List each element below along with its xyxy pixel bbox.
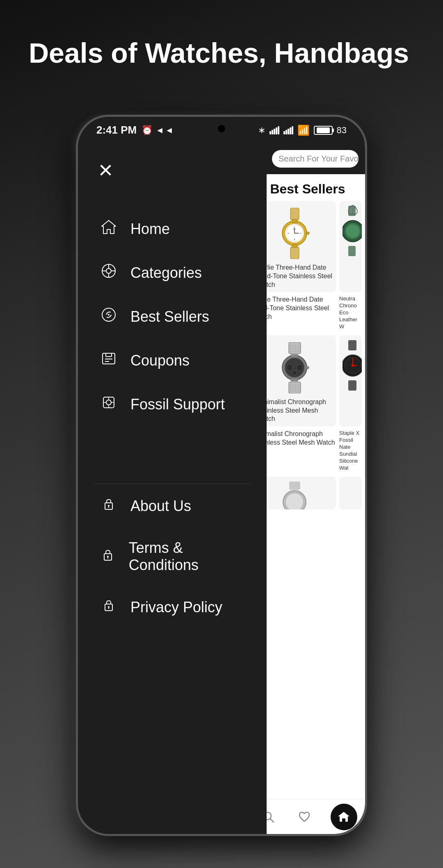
svg-point-56: [287, 365, 292, 370]
product-2-name-below: Neutra Chrono Eco Leather W: [339, 295, 362, 330]
product-3-name: Minimalist Chronograph Stainless Steel M…: [257, 398, 333, 423]
svg-rect-59: [306, 366, 309, 369]
svg-point-58: [292, 371, 297, 375]
app-header: ☰ Search For Your Favourite Her: [250, 143, 365, 174]
product-1-name: Carlie Three-Hand Date Gold-Tone Stainle…: [257, 264, 333, 289]
terms-icon: [98, 546, 117, 567]
svg-point-13: [108, 606, 110, 608]
bottom-nav: [250, 799, 365, 834]
svg-rect-67: [289, 482, 300, 490]
product-row-3: [250, 477, 365, 509]
product-names-row-2: Minimalist Chronograph Stainless Steel M…: [250, 430, 365, 471]
svg-rect-28: [292, 219, 297, 223]
svg-rect-25: [306, 232, 309, 234]
battery-percent: 83: [337, 125, 347, 136]
privacy-icon: [98, 597, 119, 618]
svg-point-66: [352, 364, 354, 367]
svg-rect-32: [348, 246, 356, 256]
fossil-support-label: Fossil Support: [130, 396, 225, 413]
svg-point-9: [108, 505, 110, 507]
product-card-2[interactable]: [339, 201, 362, 292]
product-3-img: [257, 340, 333, 395]
home-label: Home: [130, 220, 170, 238]
app-content: ☰ Search For Your Favourite Her Best Sel…: [250, 143, 365, 834]
about-us-label: About Us: [130, 498, 191, 515]
menu-item-terms[interactable]: Terms & Conditions: [78, 528, 267, 585]
product-1-img: 12: [257, 206, 333, 261]
svg-rect-63: [348, 380, 356, 391]
product-card-4[interactable]: [339, 335, 362, 427]
wifi-icon: 📶: [297, 125, 310, 136]
svg-point-3: [108, 314, 110, 316]
phone-container: 2:41 PM ⏰ ◂ ◂ ∗: [76, 115, 367, 836]
terms-label: Terms & Conditions: [129, 539, 246, 574]
svg-rect-29: [292, 244, 297, 248]
page-background: Deals of Watches, Handbags 2:41 PM ⏰ ◂: [0, 0, 443, 868]
product-row-1: 12 Carlie Three-Hand Date Gold-Tone Stai…: [250, 201, 365, 292]
menu-item-best-sellers[interactable]: Best Sellers: [78, 295, 267, 339]
svg-point-11: [107, 556, 109, 557]
leaf-badge: [347, 204, 359, 217]
svg-point-57: [297, 365, 302, 370]
nav-arrow-1: ◂: [158, 125, 162, 136]
close-icon[interactable]: ×: [98, 156, 113, 184]
menu-item-coupons[interactable]: Coupons: [78, 339, 267, 382]
status-time: 2:41 PM ⏰ ◂ ◂: [96, 124, 171, 136]
home-icon: [98, 218, 119, 239]
product-4-name-below: Staple X Fossil Nate Sundial Silicone Wa…: [339, 430, 362, 471]
page-title: Deals of Watches, Handbags: [0, 0, 443, 85]
home-nav-button[interactable]: [331, 804, 357, 830]
svg-rect-16: [290, 247, 299, 259]
best-sellers-title: Best Sellers: [250, 174, 365, 201]
categories-label: Categories: [130, 264, 202, 282]
svg-rect-61: [291, 378, 298, 381]
bluetooth-icon: ∗: [258, 125, 265, 136]
menu-item-about-us[interactable]: About Us: [78, 484, 267, 528]
best-sellers-section: Best Sellers: [250, 174, 365, 513]
fossil-support-icon: [98, 394, 119, 415]
privacy-label: Privacy Policy: [130, 599, 222, 616]
phone-screen: 2:41 PM ⏰ ◂ ◂ ∗: [78, 117, 365, 834]
battery-icon: [314, 126, 333, 135]
best-sellers-icon: [98, 306, 119, 327]
silent-button: [76, 293, 78, 332]
about-us-icon: [98, 495, 119, 516]
volume-down-button: [76, 246, 78, 285]
close-button[interactable]: ×: [78, 143, 267, 191]
svg-rect-45: [289, 382, 301, 393]
menu-item-fossil-support[interactable]: Fossil Support: [78, 382, 267, 426]
product-row-2: Minimalist Chronograph Stainless Steel M…: [250, 335, 365, 427]
best-sellers-label: Best Sellers: [130, 308, 209, 325]
search-bar[interactable]: Search For Your Favourite Her: [272, 150, 359, 168]
svg-rect-36: [289, 342, 301, 354]
categories-icon: [98, 262, 119, 283]
coupons-label: Coupons: [130, 352, 190, 369]
camera-notch: [218, 125, 225, 132]
menu-item-home[interactable]: Home: [78, 207, 267, 251]
menu-item-categories[interactable]: Categories: [78, 251, 267, 295]
svg-point-69: [285, 493, 304, 509]
coupons-icon: [98, 350, 119, 371]
wishlist-nav-button[interactable]: [294, 807, 315, 827]
svg-point-7: [106, 400, 111, 405]
phone-frame: 2:41 PM ⏰ ◂ ◂ ∗: [76, 115, 367, 836]
svg-point-35: [346, 225, 359, 238]
signal-1: [269, 126, 279, 134]
svg-text:12: 12: [293, 228, 296, 230]
menu-item-privacy[interactable]: Privacy Policy: [78, 585, 267, 629]
drawer-menu: × Home: [78, 143, 267, 834]
svg-rect-14: [290, 208, 299, 220]
product-card-6[interactable]: [339, 477, 362, 509]
svg-rect-60: [291, 354, 298, 357]
nav-arrow-2: ◂: [167, 125, 171, 136]
svg-line-71: [270, 819, 274, 822]
alarm-icon: ⏰: [142, 125, 153, 136]
product-names-row-1: Carlie Three-Hand Date Gold-Tone Stainle…: [250, 295, 365, 330]
signal-2: [283, 126, 293, 134]
svg-rect-62: [348, 340, 356, 350]
power-button: [365, 232, 367, 264]
volume-up-button: [76, 215, 78, 238]
svg-point-1: [106, 268, 111, 273]
status-right-icons: ∗: [258, 125, 347, 136]
svg-rect-5: [106, 353, 112, 357]
